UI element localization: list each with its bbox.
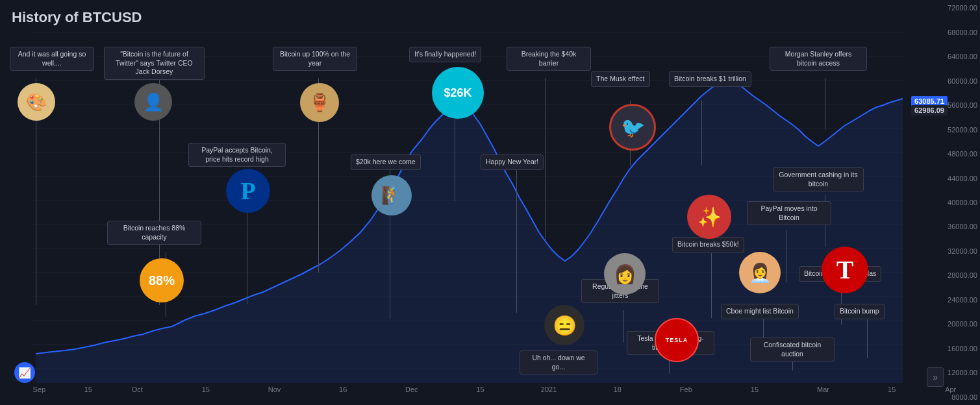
annotation-line-ann20	[792, 361, 793, 371]
x-label: 15	[202, 386, 210, 393]
circle-c7: 🐦	[609, 104, 656, 151]
y-label: 28000.00	[948, 271, 977, 279]
x-label: 16	[339, 386, 347, 393]
annotation-ann12: Bitcoin reaches 88% capacity	[107, 221, 201, 245]
x-label: Nov	[268, 386, 281, 393]
y-label: 48000.00	[948, 150, 977, 158]
y-label: 44000.00	[948, 175, 977, 182]
x-label: Feb	[680, 386, 692, 393]
y-label: 40000.00	[948, 199, 977, 206]
y-label: 68000.00	[948, 29, 977, 36]
annotation-ann22: Uh oh... down we go...	[520, 350, 597, 374]
circle-c5: $26K	[432, 67, 484, 119]
circle-c11: ✨	[687, 195, 731, 239]
annotation-ann7: Bitcoin breaks $1 trillion	[669, 71, 751, 87]
circle-c9: 👩	[604, 253, 646, 295]
circle-c1: 🎨	[18, 83, 55, 121]
circle-c15: 📈	[14, 362, 35, 383]
nav-arrow-right[interactable]: »	[927, 367, 944, 387]
price-label: 62986.09	[911, 105, 948, 116]
x-label: 15	[476, 386, 484, 393]
annotation-ann18: Government cashing in its bitcoin	[773, 167, 864, 191]
y-label: 52000.00	[948, 126, 977, 134]
y-label: 72000.00	[948, 4, 977, 12]
circle-c13: 👩‍💼	[739, 252, 781, 293]
annotation-line-ann11	[516, 170, 517, 313]
x-label: 15	[84, 386, 92, 393]
x-label: 2021	[541, 386, 557, 393]
annotation-line-ann8	[825, 78, 825, 130]
x-label: Apr	[945, 386, 956, 393]
y-label: 8000.00	[951, 393, 977, 401]
annotation-ann11: Happy New Year!	[481, 154, 544, 170]
circle-c12: TESLA	[655, 318, 699, 362]
page-title: History of BTCUSD	[12, 9, 142, 26]
y-label: 32000.00	[948, 247, 977, 255]
annotation-line-ann7	[701, 101, 702, 166]
annotation-ann6: The Musk effect	[591, 71, 650, 87]
annotation-ann2: "Bitcoin is the future of Twitter" says …	[104, 47, 205, 80]
annotation-line-ann16	[786, 230, 786, 282]
x-label: 15	[888, 386, 896, 393]
annotation-ann3: Bitcoin up 100% on the year	[273, 47, 357, 71]
circle-c3: P	[226, 169, 270, 213]
y-label: 56000.00	[948, 101, 977, 109]
annotation-ann17: Cboe might list Bitcoin	[721, 304, 799, 319]
circle-c8: 88%	[140, 258, 184, 302]
annotation-ann20: Confiscated bitcoin auction	[750, 338, 835, 362]
x-label: 15	[751, 386, 759, 393]
y-label: 64000.00	[948, 53, 977, 60]
annotation-line-ann5	[546, 78, 546, 240]
annotation-ann1: And it was all going so well....	[10, 47, 94, 71]
annotation-ann10: $20k here we come	[351, 154, 421, 170]
x-label: Oct	[132, 386, 143, 393]
y-label: 60000.00	[948, 77, 977, 85]
y-label: 16000.00	[948, 345, 977, 352]
annotation-ann21: Bitcoin bump	[835, 304, 885, 319]
annotation-ann9: PayPal accepts Bitcoin, price hits recor…	[188, 143, 286, 167]
x-label: Dec	[405, 386, 418, 393]
annotation-line-ann21	[867, 319, 868, 358]
x-label: 18	[614, 386, 622, 393]
annotation-ann15: Bitcoin breaks $50k!	[672, 237, 744, 252]
annotation-line-ann14	[669, 361, 670, 374]
annotation-line-ann15	[711, 253, 712, 318]
x-label: Mar	[817, 386, 829, 393]
circle-c14: T	[822, 247, 868, 293]
circle-c6: 🧗	[371, 175, 412, 215]
circle-c2: 👤	[134, 83, 172, 121]
annotation-ann8: Morgan Stanley offers bitcoin access	[770, 47, 867, 71]
annotation-ann5: Breaking the $40k barrier	[507, 47, 591, 71]
y-label: 12000.00	[948, 369, 977, 376]
y-label: 36000.00	[948, 223, 977, 230]
x-label: Sep	[33, 386, 46, 393]
circle-c10: 😑	[544, 305, 584, 345]
y-label: 20000.00	[948, 320, 977, 328]
annotation-line-ann13	[623, 310, 624, 343]
chart-container: History of BTCUSD 72000.0068000.0064000.…	[0, 0, 980, 405]
circle-c4: 🏺	[300, 83, 339, 122]
y-label: 24000.00	[948, 296, 977, 304]
annotation-ann16: PayPal moves into Bitcoin	[747, 201, 831, 225]
annotation-ann4: It's finally happened!	[409, 47, 481, 62]
